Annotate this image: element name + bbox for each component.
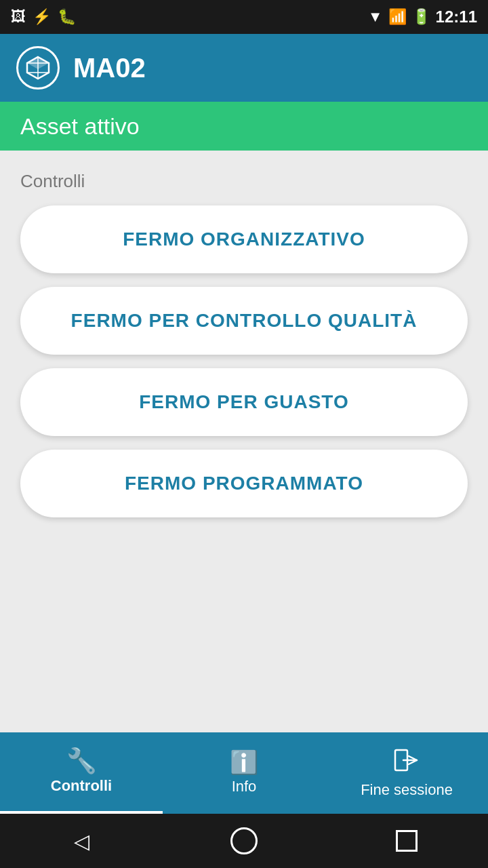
- fermo-programmato-button[interactable]: FERMO PROGRAMMATO: [20, 450, 468, 517]
- nav-info[interactable]: ℹ️ Info: [163, 732, 325, 814]
- asset-label: Asset attivo: [20, 113, 140, 140]
- clock: 12:11: [436, 7, 477, 26]
- nav-fine-sessione-label: Fine sessione: [361, 781, 453, 799]
- fermo-guasto-button[interactable]: FERMO PER GUASTO: [20, 368, 468, 436]
- gallery-icon: 🖼: [11, 8, 26, 26]
- exit-icon: [394, 747, 420, 777]
- usb-icon: ⚡: [33, 8, 51, 26]
- system-nav-bar: ◁: [0, 814, 488, 868]
- nav-controlli-label: Controlli: [51, 777, 112, 795]
- back-icon: ◁: [74, 829, 89, 853]
- back-button[interactable]: ◁: [61, 821, 102, 861]
- app-header: MA02: [0, 34, 488, 102]
- fermo-organizzativo-button[interactable]: FERMO ORGANIZZATIVO: [20, 205, 468, 273]
- status-bar: 🖼 ⚡ 🐛 ▼ 📶 🔋 12:11: [0, 0, 488, 34]
- home-button[interactable]: [224, 821, 264, 861]
- nav-controlli[interactable]: 🔧 Controlli: [0, 732, 163, 814]
- fermo-qualita-button[interactable]: FERMO PER CONTROLLO QUALITÀ: [20, 287, 468, 355]
- battery-icon: 🔋: [412, 8, 430, 26]
- info-icon: ℹ️: [230, 751, 258, 774]
- main-content: Controlli FERMO ORGANIZZATIVO FERMO PER …: [0, 151, 488, 732]
- nav-fine-sessione[interactable]: Fine sessione: [325, 732, 488, 814]
- recent-button[interactable]: [386, 821, 427, 861]
- bottom-nav: 🔧 Controlli ℹ️ Info Fine sessione: [0, 732, 488, 814]
- controls-container: FERMO ORGANIZZATIVO FERMO PER CONTROLLO …: [20, 205, 468, 517]
- nav-info-label: Info: [232, 778, 257, 795]
- section-label: Controlli: [20, 171, 468, 192]
- app-title: MA02: [73, 53, 146, 83]
- app-logo: [16, 46, 60, 90]
- wrench-icon: 🔧: [66, 749, 97, 773]
- bug-icon: 🐛: [58, 8, 76, 26]
- home-icon: [230, 827, 258, 854]
- sim-icon: 📶: [388, 8, 407, 26]
- active-indicator: [0, 811, 163, 814]
- wifi-icon: ▼: [368, 8, 383, 26]
- asset-banner: Asset attivo: [0, 102, 488, 151]
- recent-icon: [396, 830, 418, 852]
